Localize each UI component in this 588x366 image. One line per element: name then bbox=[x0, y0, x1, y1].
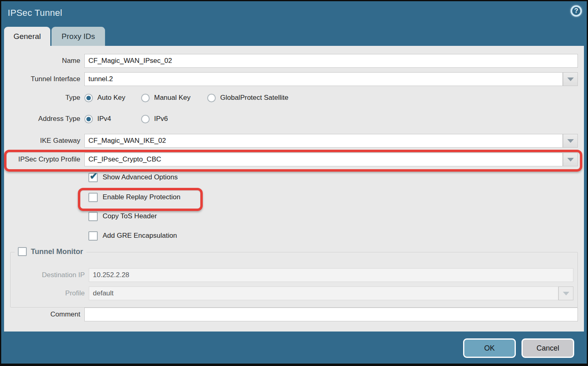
radio-globalprotect-satellite[interactable]: GlobalProtect Satellite bbox=[207, 94, 288, 102]
copy-tos-header-label: Copy ToS Header bbox=[103, 212, 157, 220]
enable-replay-protection-label: Enable Replay Protection bbox=[103, 193, 180, 201]
ipsec-crypto-profile-input[interactable] bbox=[84, 153, 563, 166]
dialog-footer: OK Cancel bbox=[1, 332, 587, 365]
chevron-down-icon bbox=[567, 158, 574, 161]
radio-selected-icon bbox=[84, 115, 93, 123]
radio-manual-key[interactable]: Manual Key bbox=[141, 94, 207, 102]
checkbox-unchecked-icon bbox=[88, 231, 98, 241]
radio-globalprotect-satellite-label: GlobalProtect Satellite bbox=[220, 94, 288, 102]
name-input[interactable] bbox=[84, 54, 578, 68]
tunnel-interface-row: Tunnel Interface bbox=[4, 72, 578, 86]
checkbox-unchecked-icon bbox=[18, 247, 27, 256]
dialog-title: IPSec Tunnel bbox=[8, 8, 62, 18]
destination-ip-row: Destination IP bbox=[11, 268, 573, 282]
show-advanced-options-checkbox[interactable]: Show Advanced Options bbox=[88, 172, 178, 182]
ipsec-crypto-profile-row: IPSec Crypto Profile bbox=[4, 153, 578, 166]
ike-gateway-row: IKE Gateway bbox=[4, 134, 578, 148]
radio-ipv4[interactable]: IPv4 bbox=[84, 115, 141, 123]
show-advanced-options-label: Show Advanced Options bbox=[103, 173, 178, 181]
chevron-down-icon bbox=[567, 78, 574, 81]
ike-gateway-input[interactable] bbox=[84, 134, 563, 148]
dialog-titlebar: IPSec Tunnel ? bbox=[1, 1, 587, 27]
ok-button[interactable]: OK bbox=[463, 338, 516, 358]
address-type-row: Address Type IPv4 IPv6 bbox=[4, 114, 578, 124]
radio-ipv6[interactable]: IPv6 bbox=[141, 115, 168, 123]
comment-input[interactable] bbox=[84, 308, 578, 321]
profile-input bbox=[89, 286, 558, 300]
radio-unselected-icon bbox=[207, 94, 216, 102]
type-label: Type bbox=[4, 94, 84, 102]
copy-tos-header-checkbox[interactable]: Copy ToS Header bbox=[88, 211, 157, 221]
tunnel-monitor-group: Tunnel Monitor Destination IP Profile bbox=[10, 252, 578, 308]
cancel-button[interactable]: Cancel bbox=[521, 338, 574, 358]
tab-bar: General Proxy IDs bbox=[4, 27, 587, 46]
ike-gateway-dropdown-button[interactable] bbox=[563, 134, 578, 148]
tunnel-monitor-checkbox[interactable]: Tunnel Monitor bbox=[15, 247, 86, 256]
tab-proxy-ids[interactable]: Proxy IDs bbox=[52, 27, 105, 46]
destination-ip-label: Destination IP bbox=[11, 271, 89, 279]
profile-dropdown-button bbox=[558, 286, 573, 300]
checkbox-checked-icon bbox=[88, 173, 98, 182]
tab-general[interactable]: General bbox=[4, 27, 50, 46]
add-gre-encapsulation-checkbox[interactable]: Add GRE Encapsulation bbox=[88, 231, 177, 241]
help-icon[interactable]: ? bbox=[571, 5, 582, 17]
checkbox-unchecked-icon bbox=[88, 193, 98, 202]
tunnel-interface-dropdown-button[interactable] bbox=[563, 72, 578, 86]
type-row: Type Auto Key Manual Key GlobalProtect S… bbox=[4, 93, 578, 103]
address-type-label: Address Type bbox=[4, 115, 84, 123]
ipsec-crypto-profile-label: IPSec Crypto Profile bbox=[4, 155, 84, 164]
radio-auto-key[interactable]: Auto Key bbox=[84, 94, 141, 102]
chevron-down-icon bbox=[563, 292, 569, 295]
comment-row: Comment bbox=[4, 308, 578, 321]
general-tab-panel: Name Tunnel Interface Type Auto Key bbox=[4, 46, 584, 332]
tunnel-interface-input[interactable] bbox=[84, 72, 563, 86]
radio-unselected-icon bbox=[141, 94, 150, 102]
profile-row: Profile bbox=[11, 286, 573, 300]
ipsec-tunnel-dialog: IPSec Tunnel ? General Proxy IDs Name Tu… bbox=[0, 0, 588, 366]
tunnel-interface-label: Tunnel Interface bbox=[4, 75, 84, 83]
tunnel-monitor-label: Tunnel Monitor bbox=[31, 248, 83, 256]
checkbox-unchecked-icon bbox=[88, 212, 98, 221]
chevron-down-icon bbox=[567, 139, 574, 143]
name-row: Name bbox=[4, 54, 578, 68]
radio-manual-key-label: Manual Key bbox=[154, 94, 191, 102]
destination-ip-input bbox=[89, 268, 573, 282]
radio-selected-icon bbox=[84, 94, 93, 102]
ike-gateway-label: IKE Gateway bbox=[4, 137, 84, 145]
ipsec-crypto-profile-dropdown-button[interactable] bbox=[563, 153, 578, 166]
radio-ipv6-label: IPv6 bbox=[154, 115, 168, 123]
profile-label: Profile bbox=[11, 289, 89, 297]
radio-unselected-icon bbox=[141, 115, 150, 123]
enable-replay-protection-checkbox[interactable]: Enable Replay Protection bbox=[88, 192, 180, 202]
radio-ipv4-label: IPv4 bbox=[97, 115, 111, 123]
name-label: Name bbox=[4, 57, 84, 65]
radio-auto-key-label: Auto Key bbox=[97, 94, 125, 102]
comment-label: Comment bbox=[4, 310, 84, 319]
add-gre-encapsulation-label: Add GRE Encapsulation bbox=[103, 232, 177, 240]
